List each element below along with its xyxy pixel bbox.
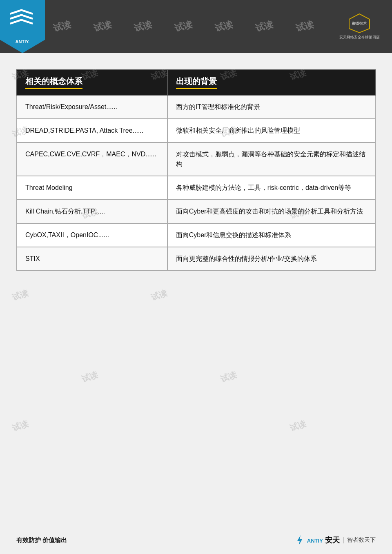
header-watermark-4: 试读 xyxy=(173,18,194,35)
col2-header-text: 出现的背景 xyxy=(176,76,217,89)
page-wm-12: 试读 xyxy=(80,369,100,385)
main-table: 相关的概念体系 出现的背景 Threat/Risk/Exposure/Asset… xyxy=(16,69,376,271)
header: ANTIY. 试读 试读 试读 试读 试读 试读 试读 御道御术 安天网络安全令… xyxy=(0,0,392,53)
table-row: DREAD,STRIDE,PASTA, Attack Tree......微软和… xyxy=(17,119,375,142)
header-right-sub: 安天网络安全令牌第四届 xyxy=(339,35,380,40)
col1-header-text: 相关的概念体系 xyxy=(25,76,82,89)
footer-logo: ANTIY 安天 | 智者数天下 xyxy=(294,534,376,546)
table-cell-col1: CybOX,TAXII，OpenIOC...... xyxy=(17,223,167,247)
header-right-logo: 御道御术 安天网络安全令牌第四届 xyxy=(331,4,388,49)
footer-lightning-icon xyxy=(294,534,305,546)
table-cell-col1: DREAD,STRIDE,PASTA, Attack Tree...... xyxy=(17,119,167,142)
table-cell-col1: CAPEC,CWE,CVE,CVRF，MAEC，NVD...... xyxy=(17,142,167,176)
table-row: STIX面向更完整的综合性的情报分析/作业/交换的体系 xyxy=(17,247,375,271)
table-cell-col1: Kill Chain,钻石分析,TTP...... xyxy=(17,200,167,223)
table-cell-col1: STIX xyxy=(17,247,167,271)
table-row: Threat/Risk/Exposure/Asset......西方的IT管理和… xyxy=(17,95,375,119)
header-watermark-1: 试读 xyxy=(52,18,72,35)
svg-marker-2 xyxy=(297,535,302,545)
header-watermark-7: 试读 xyxy=(294,18,315,35)
table-cell-col2: 对攻击模式，脆弱点，漏洞等各种基础的安全元素的标定和描述结构 xyxy=(167,142,375,176)
footer: 有效防护 价值输出 ANTIY 安天 | 智者数天下 xyxy=(16,534,376,546)
table-row: CAPEC,CWE,CVE,CVRF，MAEC，NVD......对攻击模式，脆… xyxy=(17,142,375,176)
page-wm-13: 试读 xyxy=(219,369,238,385)
table-cell-col2: 微软和相关安全厂商所推出的风险管理模型 xyxy=(167,119,375,142)
table-cell-col2: 各种威胁建模的方法论，工具，risk-centric，data-driven等等 xyxy=(167,176,375,200)
footer-chinese-brand: 安天 xyxy=(325,536,340,544)
header-watermark-area: 试读 试读 试读 试读 试读 试读 试读 xyxy=(45,0,327,53)
header-watermark-6: 试读 xyxy=(254,18,274,35)
footer-left-text: 有效防护 价值输出 xyxy=(16,536,67,544)
table-cell-col2: 西方的IT管理和标准化的背景 xyxy=(167,95,375,119)
logo-box: ANTIY. xyxy=(0,0,45,53)
table-row: CybOX,TAXII，OpenIOC......面向Cyber和信息交换的描述… xyxy=(17,223,375,247)
svg-text:御道御术: 御道御术 xyxy=(352,21,367,25)
table-cell-col2: 面向Cyber和更高强度的攻击和对抗的场景的分析工具和分析方法 xyxy=(167,200,375,223)
right-emblem-icon: 御道御术 xyxy=(347,13,372,33)
page-wm-14: 试读 xyxy=(11,418,30,434)
table-row: Kill Chain,钻石分析,TTP......面向Cyber和更高强度的攻击… xyxy=(17,200,375,223)
main-content: 试读 试读 试读 试读 试读 试读 试读 试读 试读 试读 试读 试读 试读 试… xyxy=(0,53,392,279)
footer-brand-name: ANTIY 安天 xyxy=(307,535,340,545)
header-watermark-3: 试读 xyxy=(133,18,153,35)
logo-label: ANTIY. xyxy=(0,39,45,44)
header-watermark-5: 试读 xyxy=(214,18,234,35)
table-cell-col2: 面向Cyber和信息交换的描述和标准体系 xyxy=(167,223,375,247)
header-watermark-2: 试读 xyxy=(92,18,113,35)
col2-header: 出现的背景 xyxy=(167,70,375,95)
page-wm-10: 试读 xyxy=(11,287,30,303)
page-wm-11: 试读 xyxy=(150,287,169,303)
table-cell-col2: 面向更完整的综合性的情报分析/作业/交换的体系 xyxy=(167,247,375,271)
table-row: Threat Modeling各种威胁建模的方法论，工具，risk-centri… xyxy=(17,176,375,200)
antiy-logo-icon xyxy=(6,8,37,33)
page-wm-15: 试读 xyxy=(289,418,308,434)
col1-header: 相关的概念体系 xyxy=(17,70,167,95)
table-cell-col1: Threat Modeling xyxy=(17,176,167,200)
footer-brand-sub: 智者数天下 xyxy=(347,536,376,544)
table-cell-col1: Threat/Risk/Exposure/Asset...... xyxy=(17,95,167,119)
